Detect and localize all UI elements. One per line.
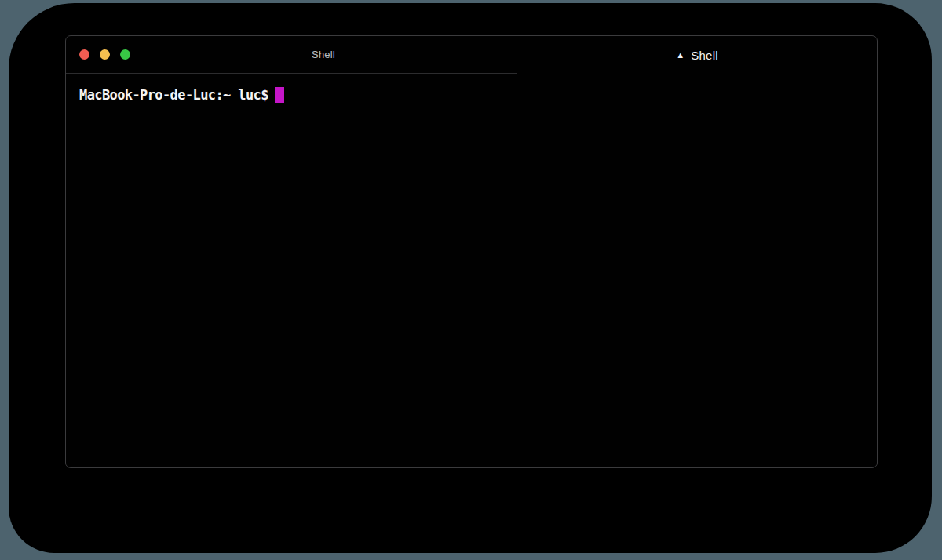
screen-background: Shell ▲ Shell MacBook-Pro-de-Luc:~ luc$ (9, 3, 932, 553)
desktop: { "window": { "tabs": [ { "label": "Shel… (0, 0, 942, 560)
terminal-cursor (275, 87, 284, 103)
terminal-content[interactable]: MacBook-Pro-de-Luc:~ luc$ (66, 74, 877, 467)
prompt-line: MacBook-Pro-de-Luc:~ luc$ (79, 86, 864, 104)
zoom-button[interactable] (120, 49, 130, 60)
tab-label-shell: Shell (691, 49, 717, 62)
tab-label-shell: Shell (130, 49, 517, 60)
close-button[interactable] (79, 49, 89, 60)
window-controls (79, 49, 130, 60)
terminal-window: Shell ▲ Shell MacBook-Pro-de-Luc:~ luc$ (65, 35, 878, 468)
shell-prompt: MacBook-Pro-de-Luc:~ luc$ (79, 87, 268, 103)
minimize-button[interactable] (100, 49, 110, 60)
tab-bar: Shell ▲ Shell (66, 36, 877, 74)
triangle-up-icon: ▲ (676, 50, 685, 59)
tab-shell-active[interactable]: ▲ Shell (517, 36, 877, 74)
tab-shell-inactive[interactable]: Shell (66, 36, 517, 74)
